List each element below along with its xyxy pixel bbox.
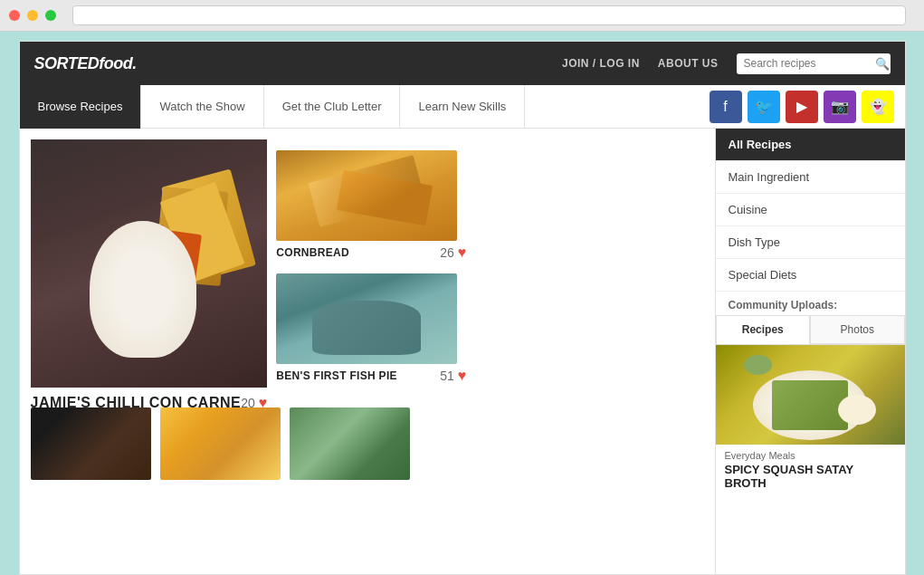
youtube-icon[interactable]: ▶	[786, 91, 818, 123]
search-icon: 🔍	[875, 57, 890, 71]
featured-recipe-card[interactable]: JAMIE'S CHILLI CON CARNE 20 ♥	[31, 139, 268, 388]
cornbread-info: CORNBREAD 26 ♥	[276, 241, 466, 264]
main-content: JAMIE'S CHILLI CON CARNE 20 ♥	[20, 129, 905, 574]
fishpie-image	[276, 273, 457, 364]
cornbread-likes-count: 26	[440, 245, 454, 260]
fishpie-title: BEN'S FIRST FISH PIE	[276, 369, 397, 382]
sidebar-cuisine[interactable]: Cuisine	[716, 194, 905, 226]
subnav-browse-recipes[interactable]: Browse Recipes	[20, 85, 142, 129]
sidebar-dish-type[interactable]: Dish Type	[716, 226, 905, 259]
fishpie-info: BEN'S FIRST FISH PIE 51 ♥	[276, 364, 466, 388]
fishpie-heart-icon: ♥	[458, 368, 467, 384]
sidebar-special-diets[interactable]: Special Diets	[716, 259, 905, 292]
page-wrapper: SORTEDfood. JOIN / LOG IN ABOUT US 🔍 Bro…	[19, 41, 906, 575]
community-tabs: Recipes Photos	[716, 315, 905, 345]
browser-close-btn[interactable]	[9, 10, 20, 21]
community-tab-recipes[interactable]: Recipes	[716, 315, 811, 344]
browser-minimize-btn[interactable]	[27, 10, 38, 21]
everyday-meals-label: Everyday Meals	[716, 445, 905, 463]
sub-nav-items: Browse Recipes Watch the Show Get the Cl…	[20, 85, 699, 129]
subnav-watch-show[interactable]: Watch the Show	[141, 85, 263, 129]
fishpie-likes-count: 51	[440, 369, 454, 383]
site-logo: SORTEDfood.	[34, 54, 137, 73]
featured-recipe-image	[31, 139, 268, 388]
featured-recipe-likes-count: 20	[241, 396, 255, 410]
heart-icon: ♥	[259, 395, 268, 411]
social-icons: f 🐦 ▶ 📷 👻	[699, 91, 905, 123]
bottom-recipe-cards	[31, 407, 704, 480]
fishpie-likes: 51 ♥	[440, 368, 466, 384]
browser-chrome	[0, 0, 924, 32]
browser-maximize-btn[interactable]	[45, 10, 56, 21]
bottom-recipe-card-1[interactable]	[31, 407, 151, 480]
bottom-recipe-card-2[interactable]	[160, 407, 281, 480]
facebook-icon[interactable]: f	[710, 91, 742, 123]
featured-recipe-title: JAMIE'S CHILLI CON CARNE	[31, 395, 242, 411]
cornbread-image	[276, 150, 457, 241]
sidebar-all-recipes[interactable]: All Recipes	[716, 129, 905, 161]
twitter-icon[interactable]: 🐦	[748, 91, 780, 123]
subnav-club-letter[interactable]: Get the Club Letter	[264, 85, 401, 129]
site-header: SORTEDfood. JOIN / LOG IN ABOUT US 🔍	[20, 42, 905, 85]
header-nav: JOIN / LOG IN ABOUT US 🔍	[562, 53, 891, 74]
fishpie-card[interactable]: BEN'S FIRST FISH PIE 51 ♥	[276, 273, 466, 388]
cornbread-card[interactable]: CORNBREAD 26 ♥	[276, 150, 466, 264]
cornbread-title: CORNBREAD	[276, 246, 349, 259]
cornbread-heart-icon: ♥	[458, 244, 467, 261]
recipes-area: JAMIE'S CHILLI CON CARNE 20 ♥	[20, 129, 715, 574]
community-tab-photos[interactable]: Photos	[810, 315, 905, 344]
about-us-link[interactable]: ABOUT US	[658, 57, 719, 70]
search-box[interactable]: 🔍	[737, 53, 891, 74]
right-sidebar: All Recipes Main Ingredient Cuisine Dish…	[715, 129, 905, 574]
featured-recipe-sidebar-title: SPICY SQUASH SATAY BROTH	[716, 463, 905, 497]
snapchat-icon[interactable]: 👻	[862, 91, 894, 123]
featured-community-recipe-image[interactable]	[716, 345, 905, 445]
sub-nav: Browse Recipes Watch the Show Get the Cl…	[20, 85, 905, 129]
community-uploads-label: Community Uploads:	[716, 292, 905, 315]
instagram-icon[interactable]: 📷	[824, 91, 856, 123]
bottom-recipe-card-3[interactable]	[290, 407, 410, 480]
sidebar-main-ingredient[interactable]: Main Ingredient	[716, 161, 905, 194]
cornbread-likes: 26 ♥	[440, 244, 466, 261]
small-recipe-cards: CORNBREAD 26 ♥ BEN'S FI	[276, 139, 466, 398]
address-bar[interactable]	[72, 5, 906, 25]
featured-recipe-likes: 20 ♥	[241, 395, 267, 411]
subnav-learn-skills[interactable]: Learn New Skills	[400, 85, 525, 129]
join-login-link[interactable]: JOIN / LOG IN	[562, 57, 640, 70]
search-input[interactable]	[744, 57, 875, 70]
featured-recipe-info: JAMIE'S CHILLI CON CARNE 20 ♥	[31, 388, 268, 415]
